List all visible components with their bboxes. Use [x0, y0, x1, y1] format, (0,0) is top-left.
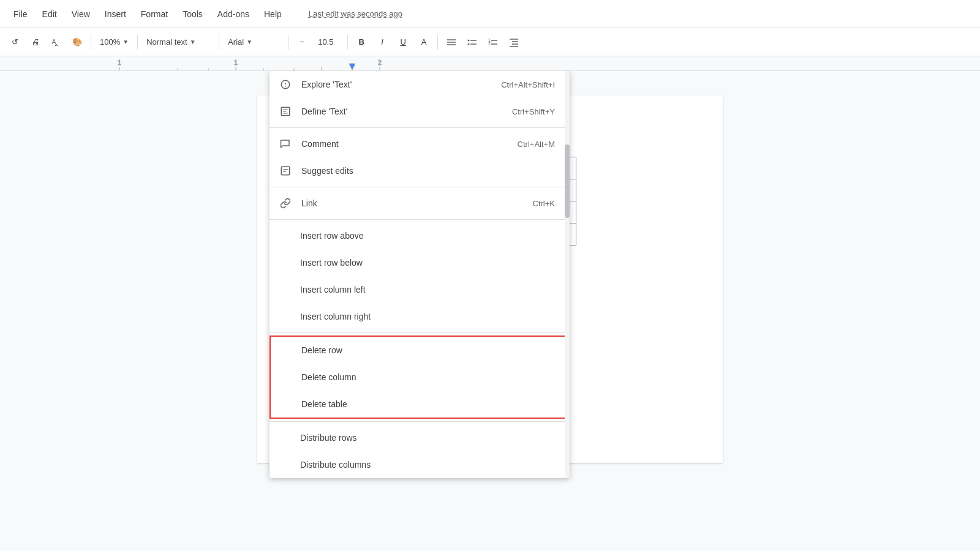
style-dropdown[interactable]: Normal text ▼ [141, 32, 215, 52]
zoom-dropdown[interactable]: 100% ▼ [95, 32, 134, 52]
style-value: Normal text [146, 37, 187, 47]
insert-col-left-icon [279, 283, 290, 296]
menu-view[interactable]: View [66, 6, 96, 23]
separator3 [219, 35, 219, 50]
svg-point-31 [285, 86, 286, 87]
define-icon [279, 105, 292, 118]
ctx-sep1 [270, 127, 570, 128]
menu-help[interactable]: Help [258, 6, 288, 23]
font-value: Arial [228, 37, 244, 47]
svg-text:1: 1 [118, 59, 121, 66]
svg-point-6 [468, 43, 470, 45]
last-edit-status[interactable]: Last edit was seconds ago [303, 6, 409, 22]
ctx-comment-label: Comment [301, 139, 339, 149]
menu-edit[interactable]: Edit [36, 6, 63, 23]
menu-format[interactable]: Format [135, 6, 174, 23]
menu-tools[interactable]: Tools [176, 6, 209, 23]
svg-rect-36 [281, 167, 290, 175]
separator4 [288, 35, 288, 50]
ctx-delete-row-label: Delete row [301, 345, 342, 355]
comment-icon [279, 138, 292, 150]
style-arrow: ▼ [190, 39, 196, 45]
line-spacing-button[interactable] [442, 32, 461, 52]
ctx-insert-col-left-label: Insert column left [300, 285, 366, 294]
ctx-comment-shortcut: Ctrl+Alt+M [518, 140, 555, 149]
zoom-arrow: ▼ [123, 39, 129, 45]
ctx-sep3 [270, 219, 570, 220]
menu-bar: File Edit View Insert Format Tools Add-o… [0, 0, 980, 28]
ctx-insert-row-above-label: Insert row above [300, 231, 364, 241]
svg-point-4 [468, 39, 470, 41]
ctx-define-text-label: Define 'Text' [301, 107, 347, 116]
bullet-list-button[interactable] [462, 32, 482, 52]
ctx-delete-column[interactable]: Delete column [271, 364, 568, 391]
ctx-insert-col-right-label: Insert column right [300, 312, 371, 321]
ctx-delete-table-label: Delete table [301, 399, 347, 409]
delete-table-icon [281, 398, 292, 410]
menu-addons[interactable]: Add-ons [211, 6, 255, 23]
ctx-distribute-columns[interactable]: Distribute columns [270, 451, 570, 478]
font-size-dropdown[interactable]: 10.5 [313, 32, 344, 52]
font-size-value: 10.5 [318, 37, 333, 47]
document-area: Column1 Column2 Text Text [0, 71, 980, 551]
insert-row-below-icon [279, 257, 290, 269]
underline-button[interactable]: U [393, 32, 413, 52]
ctx-insert-row-above[interactable]: Insert row above [270, 222, 570, 249]
insert-col-right-icon [279, 310, 290, 323]
ctx-delete-table[interactable]: Delete table [271, 391, 568, 418]
paint-format-button[interactable]: 🎨 [67, 32, 87, 52]
ctx-link-label: Link [301, 198, 317, 208]
ctx-delete-row[interactable]: Delete row [271, 337, 568, 364]
ctx-insert-row-below[interactable]: Insert row below [270, 249, 570, 276]
delete-column-icon [281, 371, 292, 383]
ctx-explore-shortcut: Ctrl+Alt+Shift+I [501, 80, 555, 89]
ctx-distribute-rows[interactable]: Distribute rows [270, 424, 570, 451]
spellcheck-button[interactable]: A [47, 32, 66, 52]
svg-text:2: 2 [378, 59, 382, 66]
ctx-explore-text[interactable]: Explore 'Text' Ctrl+Alt+Shift+I [270, 71, 570, 98]
ctx-suggest-edits[interactable]: Suggest edits [270, 157, 570, 184]
toolbar: ↺ 🖨 A 🎨 100% ▼ Normal text ▼ Arial ▼ − 1… [0, 28, 980, 56]
ctx-define-text[interactable]: Define 'Text' Ctrl+Shift+Y [270, 98, 570, 125]
font-dropdown[interactable]: Arial ▼ [223, 32, 284, 52]
ctx-link-shortcut: Ctrl+K [533, 199, 555, 208]
explore-icon [279, 78, 292, 91]
separator2 [137, 35, 138, 50]
separator5 [347, 35, 348, 50]
bold-button[interactable]: B [352, 32, 371, 52]
indent-button[interactable] [504, 32, 524, 52]
undo-button[interactable]: ↺ [5, 32, 24, 52]
ctx-insert-col-left[interactable]: Insert column left [270, 276, 570, 303]
separator6 [437, 35, 438, 50]
ruler-svg: 1 1 2 [0, 56, 980, 71]
ctx-sep4 [270, 332, 570, 333]
ctx-sep5 [270, 421, 570, 422]
color-button[interactable]: A [414, 32, 434, 52]
ctx-insert-row-below-label: Insert row below [300, 258, 363, 268]
ctx-insert-col-right[interactable]: Insert column right [270, 303, 570, 330]
print-button[interactable]: 🖨 [26, 32, 45, 52]
font-arrow: ▼ [246, 39, 252, 45]
svg-rect-16 [0, 56, 980, 71]
context-menu-scrollbar[interactable] [565, 71, 570, 478]
ctx-delete-group: Delete row Delete column Delete table [270, 335, 570, 419]
ctx-distribute-columns-label: Distribute columns [300, 460, 371, 470]
ctx-comment[interactable]: Comment Ctrl+Alt+M [270, 130, 570, 157]
delete-row-icon [281, 344, 292, 356]
ctx-suggest-label: Suggest edits [301, 166, 353, 176]
distribute-rows-icon [279, 432, 290, 444]
distribute-columns-icon [279, 459, 290, 471]
separator1 [91, 35, 91, 50]
ctx-explore-text-label: Explore 'Text' [301, 80, 352, 89]
italic-button[interactable]: I [372, 32, 392, 52]
menu-insert[interactable]: Insert [99, 6, 132, 23]
suggest-icon [279, 165, 292, 177]
numbered-list-button[interactable]: 1.2. [483, 32, 503, 52]
ctx-sep2 [270, 187, 570, 187]
zoom-value: 100% [100, 37, 120, 47]
ctx-link[interactable]: Link Ctrl+K [270, 190, 570, 217]
insert-row-above-icon [279, 230, 290, 242]
menu-file[interactable]: File [7, 6, 34, 23]
font-size-decrease-button[interactable]: − [292, 32, 312, 52]
scrollbar-thumb [565, 144, 570, 218]
